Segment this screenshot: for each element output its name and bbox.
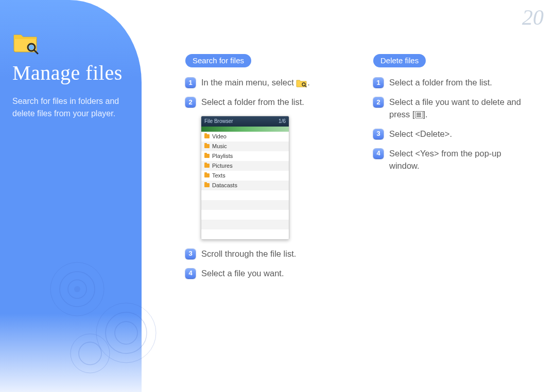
delete-step-1-text: Select a folder from the list. xyxy=(389,77,533,89)
manual-page: 20 Manage files Search for files in fold… xyxy=(0,0,556,392)
folder-search-icon xyxy=(12,30,131,57)
file-browser-item-label: Playlists xyxy=(212,153,233,159)
search-section: Search for files 1 In the main menu, sel… xyxy=(185,54,345,287)
step-text-part: ]. xyxy=(423,110,428,119)
step-badge-2: 2 xyxy=(373,97,384,108)
section-heading-search: Search for files xyxy=(185,54,251,67)
file-browser-item-label: Pictures xyxy=(212,163,233,169)
decorative-circles xyxy=(46,253,160,377)
delete-step-3: 3 Select <Delete>. xyxy=(373,128,533,140)
file-browser-row: Music xyxy=(201,141,289,151)
svg-point-8 xyxy=(106,312,147,353)
file-browser-screenshot: File Browser 1/6 Video Music Playlists P… xyxy=(201,116,289,240)
file-browser-item-label: Video xyxy=(212,133,227,139)
file-browser-list: Video Music Playlists Pictures Texts Dat… xyxy=(201,132,289,239)
svg-point-1 xyxy=(29,45,34,50)
delete-step-4: 4 Select <Yes> from the pop-up window. xyxy=(373,148,533,172)
delete-step-2-text: Select a file you want to delete and pre… xyxy=(389,96,533,121)
search-step-1: 1 In the main menu, select . xyxy=(185,77,345,89)
delete-step-1: 1 Select a folder from the list. xyxy=(373,77,533,89)
folder-icon xyxy=(204,144,210,148)
step-badge-1: 1 xyxy=(185,78,196,88)
svg-point-4 xyxy=(60,272,95,307)
file-browser-row: Datacasts xyxy=(201,181,289,190)
step-text-part: Select a file you want to delete and pre… xyxy=(389,97,521,119)
file-browser-empty-row xyxy=(201,190,289,200)
file-browser-counter: 1/6 xyxy=(279,118,286,124)
search-step-1-text: In the main menu, select . xyxy=(201,77,345,89)
search-step-3: 3 Scroll through the file list. xyxy=(185,248,345,260)
folder-icon xyxy=(204,173,210,177)
file-browser-row: Texts xyxy=(201,171,289,181)
folder-search-small-icon xyxy=(296,78,307,87)
step-text-part: In the main menu, select xyxy=(201,78,296,87)
file-browser-item-label: Texts xyxy=(212,172,225,179)
search-step-4-text: Select a file you want. xyxy=(201,268,345,280)
search-step-3-text: Scroll through the file list. xyxy=(201,248,345,260)
delete-step-3-text: Select <Delete>. xyxy=(389,128,533,140)
sidebar: Manage files Search for files in folders… xyxy=(0,0,142,392)
file-browser-row: Playlists xyxy=(201,151,289,161)
delete-step-2: 2 Select a file you want to delete and p… xyxy=(373,96,533,121)
section-heading-delete: Delete files xyxy=(373,54,426,67)
svg-point-9 xyxy=(115,322,137,344)
svg-point-7 xyxy=(96,303,156,363)
page-subtitle: Search for files in folders and delete f… xyxy=(12,95,123,120)
search-step-2-text: Select a folder from the list. xyxy=(201,96,345,109)
file-browser-row: Pictures xyxy=(201,161,289,171)
delete-section: Delete files 1 Select a folder from the … xyxy=(373,54,533,287)
svg-point-5 xyxy=(68,280,86,298)
search-step-4: 4 Select a file you want. xyxy=(185,268,345,280)
folder-icon xyxy=(204,183,210,187)
file-browser-empty-row xyxy=(201,220,289,229)
svg-point-10 xyxy=(71,334,110,373)
page-title: Manage files xyxy=(12,61,131,85)
menu-button-icon xyxy=(415,111,423,118)
file-browser-item-label: Datacasts xyxy=(212,182,237,188)
svg-point-3 xyxy=(50,262,104,316)
step-text-part: . xyxy=(307,78,310,87)
file-browser-row: Video xyxy=(201,132,289,141)
file-browser-title: File Browser xyxy=(204,118,233,124)
step-badge-4: 4 xyxy=(185,269,196,279)
step-badge-2: 2 xyxy=(185,97,196,108)
step-badge-4: 4 xyxy=(373,149,384,159)
folder-icon xyxy=(204,154,210,158)
svg-point-6 xyxy=(74,286,80,292)
file-browser-empty-row xyxy=(201,200,289,210)
step-badge-3: 3 xyxy=(373,129,384,139)
file-browser-empty-row xyxy=(201,210,289,220)
folder-icon xyxy=(204,134,210,138)
folder-icon xyxy=(204,164,210,168)
step-badge-1: 1 xyxy=(373,78,384,88)
search-step-2: 2 Select a folder from the list. xyxy=(185,96,345,109)
content-area: Search for files 1 In the main menu, sel… xyxy=(185,54,541,287)
file-browser-item-label: Music xyxy=(212,143,227,149)
file-browser-titlebar: File Browser 1/6 xyxy=(201,116,289,127)
file-browser-header-strip xyxy=(201,127,289,132)
file-browser-empty-row xyxy=(201,229,289,239)
svg-point-11 xyxy=(79,342,101,365)
delete-step-4-text: Select <Yes> from the pop-up window. xyxy=(389,148,533,172)
step-badge-3: 3 xyxy=(185,249,196,259)
page-number: 20 xyxy=(522,5,544,30)
